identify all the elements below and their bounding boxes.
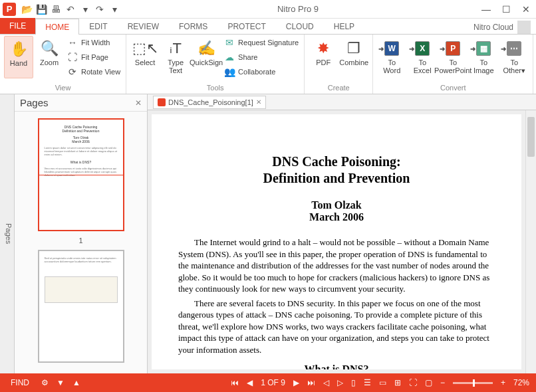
group-label-create: Create bbox=[309, 82, 368, 94]
document-tab[interactable]: DNS_Cache_Poisoning[1] ✕ bbox=[153, 96, 266, 109]
view-continuous-icon[interactable]: ☰ bbox=[364, 378, 371, 387]
vertical-scrollbar[interactable] bbox=[525, 110, 536, 373]
tab-review[interactable]: REVIEW bbox=[118, 18, 169, 34]
excel-icon: X bbox=[415, 39, 430, 58]
doc-paragraph: The Internet would grind to a halt – wou… bbox=[178, 237, 495, 295]
doc-heading: What is DNS? bbox=[178, 363, 495, 369]
pdf-file-icon bbox=[158, 98, 166, 106]
group-label-convert: Convert bbox=[377, 82, 529, 94]
zoom-slider[interactable] bbox=[453, 382, 493, 384]
share-button[interactable]: ☁Share bbox=[222, 50, 300, 64]
type-text-label: Type Text bbox=[168, 58, 184, 74]
page-indicator[interactable]: 1 OF 9 bbox=[261, 378, 285, 387]
tab-home[interactable]: HOME bbox=[35, 19, 79, 35]
settings-gear-icon[interactable]: ⚙ bbox=[41, 378, 49, 387]
tab-cloud[interactable]: CLOUD bbox=[276, 18, 324, 34]
open-icon[interactable]: 📂 bbox=[21, 4, 32, 15]
tab-help[interactable]: HELP bbox=[324, 18, 364, 34]
zoom-button[interactable]: 🔍 Zoom bbox=[35, 36, 64, 78]
to-word-button[interactable]: WTo Word bbox=[377, 36, 406, 77]
scrollbar-thumb[interactable] bbox=[527, 117, 535, 157]
view-single-icon[interactable]: ▯ bbox=[351, 378, 356, 387]
document-tab-name: DNS_Cache_Poisoning[1] bbox=[168, 98, 253, 106]
minimize-button[interactable]: — bbox=[476, 1, 496, 17]
pages-side-tab[interactable]: Pages bbox=[0, 94, 15, 373]
tab-protect[interactable]: PROTECT bbox=[217, 18, 275, 34]
back-icon[interactable]: ◁ bbox=[323, 378, 329, 387]
combine-icon: ❐ bbox=[347, 39, 360, 58]
rotate-view-label: Rotate View bbox=[81, 68, 120, 76]
forward-icon[interactable]: ▷ bbox=[337, 378, 343, 387]
quicksign-button[interactable]: ✍QuickSign bbox=[192, 36, 221, 78]
word-icon: W bbox=[384, 39, 399, 58]
find-button[interactable]: FIND bbox=[7, 378, 33, 387]
fit-width-button[interactable]: ↔Fit Width bbox=[65, 36, 122, 49]
type-text-icon: ᵢT bbox=[170, 39, 181, 58]
combine-button[interactable]: ❐Combine bbox=[339, 36, 368, 69]
nav-down-icon[interactable]: ▼ bbox=[57, 378, 65, 387]
view-rotate-icon[interactable]: ▢ bbox=[425, 378, 432, 387]
rotate-view-button[interactable]: ⟳Rotate View bbox=[65, 65, 122, 78]
collaborate-button[interactable]: 👥Collaborate bbox=[222, 65, 300, 78]
hand-button[interactable]: ✋ Hand bbox=[4, 36, 33, 78]
save-icon[interactable]: 💾 bbox=[36, 4, 47, 15]
to-word-label: To Word bbox=[383, 58, 400, 74]
view-facing-cont-icon[interactable]: ⊞ bbox=[394, 378, 401, 387]
request-signature-button[interactable]: ✉Request Signature bbox=[222, 36, 300, 49]
to-powerpoint-button[interactable]: PTo PowerPoint bbox=[438, 36, 468, 77]
to-other-label: To Other▾ bbox=[503, 58, 525, 74]
nitro-cloud-link[interactable]: Nitro Cloud bbox=[468, 21, 536, 34]
doc-title-2: Definition and Prevention bbox=[178, 171, 495, 186]
close-button[interactable]: ✕ bbox=[516, 1, 536, 17]
page-thumbnail[interactable]: DNS Cache PoisoningDefinition and Preven… bbox=[38, 118, 124, 231]
fit-page-label: Fit Page bbox=[81, 53, 108, 61]
first-page-icon[interactable]: ⏮ bbox=[231, 378, 239, 387]
image-icon: ▦ bbox=[476, 39, 491, 58]
type-text-button[interactable]: ᵢTType Text bbox=[161, 36, 190, 78]
prev-page-icon[interactable]: ◀ bbox=[247, 378, 253, 387]
fit-width-icon: ↔ bbox=[67, 37, 78, 49]
select-button[interactable]: ⬚↖Select bbox=[130, 36, 160, 78]
view-facing-icon[interactable]: ▭ bbox=[379, 378, 386, 387]
next-page-icon[interactable]: ▶ bbox=[293, 378, 299, 387]
zoom-label: Zoom bbox=[40, 58, 59, 66]
to-other-button[interactable]: ⋯To Other▾ bbox=[499, 36, 529, 77]
redo-icon[interactable]: ↷ bbox=[94, 4, 105, 15]
print-icon[interactable]: 🖶 bbox=[51, 4, 61, 15]
view-fullscreen-icon[interactable]: ⛶ bbox=[409, 378, 417, 387]
maximize-button[interactable]: ☐ bbox=[496, 1, 516, 17]
select-label: Select bbox=[135, 58, 156, 66]
pdf-label: PDF bbox=[316, 58, 331, 66]
app-logo: P bbox=[3, 3, 16, 16]
undo-icon[interactable]: ↶ bbox=[65, 4, 76, 15]
share-label: Share bbox=[238, 53, 257, 61]
document-tab-close-icon[interactable]: ✕ bbox=[256, 98, 261, 106]
zoom-slider-knob[interactable] bbox=[473, 379, 475, 387]
to-image-button[interactable]: ▦To Image bbox=[469, 36, 498, 77]
tab-edit[interactable]: EDIT bbox=[79, 18, 117, 34]
zoom-value[interactable]: 72% bbox=[513, 378, 529, 387]
quick-access-toolbar: 📂 💾 🖶 ↶ ▾ ↷ ▾ bbox=[21, 4, 120, 15]
to-excel-label: To Excel bbox=[414, 58, 432, 74]
page-thumbnail[interactable]: Sed ut perspiciatis unde omnis iste natu… bbox=[38, 250, 124, 363]
ribbon-group-convert: WTo Word XTo Excel PTo PowerPoint ▦To Im… bbox=[373, 35, 533, 94]
fit-page-button[interactable]: ⛶Fit Page bbox=[65, 50, 122, 64]
tab-forms[interactable]: FORMS bbox=[169, 18, 217, 34]
ribbon-group-create: ✸PDF ❐Combine Create bbox=[305, 35, 373, 94]
redo-dropdown-icon[interactable]: ▾ bbox=[109, 4, 120, 15]
last-page-icon[interactable]: ⏭ bbox=[307, 378, 315, 387]
pages-panel-close-icon[interactable]: ✕ bbox=[135, 98, 142, 108]
pdf-button[interactable]: ✸PDF bbox=[309, 36, 338, 69]
nav-up-icon[interactable]: ▲ bbox=[72, 378, 80, 387]
tab-file[interactable]: FILE bbox=[0, 18, 35, 34]
thumbnails-list[interactable]: DNS Cache PoisoningDefinition and Preven… bbox=[15, 112, 147, 373]
zoom-in-icon[interactable]: + bbox=[501, 378, 505, 387]
zoom-out-icon[interactable]: − bbox=[440, 378, 445, 387]
document-page[interactable]: DNS Cache Poisoning: Definition and Prev… bbox=[152, 114, 521, 369]
to-excel-button[interactable]: XTo Excel bbox=[408, 36, 437, 77]
other-icon: ⋯ bbox=[507, 39, 521, 58]
combine-label: Combine bbox=[339, 58, 368, 66]
ribbon-tabs: FILE HOME EDIT REVIEW FORMS PROTECT CLOU… bbox=[0, 19, 536, 35]
collaborate-label: Collaborate bbox=[238, 68, 275, 76]
undo-dropdown-icon[interactable]: ▾ bbox=[80, 4, 90, 15]
